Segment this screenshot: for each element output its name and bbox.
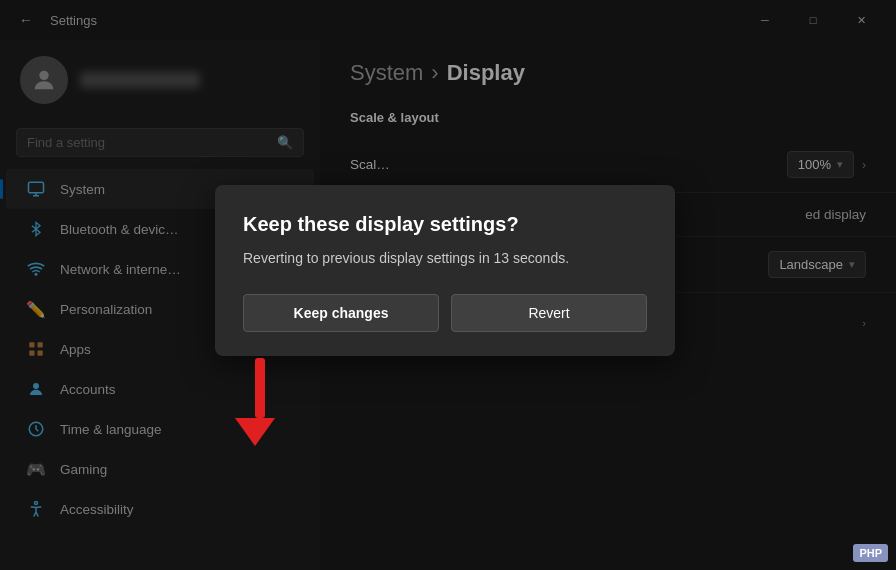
svg-rect-6 [38,351,43,356]
sidebar-item-personalization-label: Personalization [60,302,152,317]
svg-rect-3 [29,342,34,347]
sidebar-item-accessibility[interactable]: Accessibility [6,489,314,529]
sidebar-item-time-label: Time & language [60,422,162,437]
maximize-button[interactable]: □ [790,5,836,35]
breadcrumb-separator: › [431,60,438,86]
dialog-buttons: Keep changes Revert [243,294,647,332]
orientation-value: Landscape [779,257,843,272]
svg-point-9 [35,502,38,505]
back-button[interactable]: ← [12,6,40,34]
section-header: Scale & layout [320,102,896,137]
scale-value: 100% [798,157,831,172]
search-icon: 🔍 [277,135,293,150]
sidebar-item-accounts-label: Accounts [60,382,116,397]
sidebar-item-gaming[interactable]: 🎮 Gaming [6,449,314,489]
sidebar-item-time[interactable]: Time & language [6,409,314,449]
sidebar-item-system-label: System [60,182,105,197]
advanced-display-label: ed display [805,207,866,222]
user-section [0,40,320,120]
search-box[interactable]: 🔍 [16,128,304,157]
scale-controls: 100% ▾ › [787,151,866,178]
sidebar-item-apps-label: Apps [60,342,91,357]
orientation-right: Landscape ▾ [768,251,866,278]
scale-label: Scal… [350,157,390,172]
accounts-icon [26,379,46,399]
title-bar-left: ← Settings [12,6,97,34]
search-input[interactable] [27,135,269,150]
revert-button[interactable]: Revert [451,294,647,332]
scale-dropdown[interactable]: 100% ▾ [787,151,854,178]
network-icon [26,259,46,279]
sidebar-item-gaming-label: Gaming [60,462,107,477]
gaming-icon: 🎮 [26,459,46,479]
breadcrumb-system: System [350,60,423,86]
php-badge-text: PHP [859,547,882,559]
multiple-displays-chevron: › [862,317,866,329]
svg-rect-5 [29,351,34,356]
breadcrumb: System › Display [320,40,896,102]
svg-point-2 [35,273,38,276]
user-name [80,72,200,88]
svg-point-0 [39,71,48,80]
orientation-dropdown[interactable]: Landscape ▾ [768,251,866,278]
sidebar-item-accounts[interactable]: Accounts [6,369,314,409]
dialog-body: Reverting to previous display settings i… [243,250,647,266]
title-bar: ← Settings ─ □ ✕ [0,0,896,40]
window-controls: ─ □ ✕ [742,5,884,35]
scale-next-icon: › [862,158,866,172]
close-button[interactable]: ✕ [838,5,884,35]
sidebar-item-accessibility-label: Accessibility [60,502,134,517]
scale-dropdown-chevron: ▾ [837,158,843,171]
apps-icon [26,339,46,359]
dialog-title: Keep these display settings? [243,213,647,236]
app-title: Settings [50,13,97,28]
avatar [20,56,68,104]
personalization-icon: ✏️ [26,299,46,319]
bluetooth-icon [26,219,46,239]
svg-rect-4 [38,342,43,347]
time-icon [26,419,46,439]
multiple-displays-right: › [862,317,866,329]
orientation-chevron: ▾ [849,258,855,271]
system-icon [26,179,46,199]
keep-changes-button[interactable]: Keep changes [243,294,439,332]
accessibility-icon [26,499,46,519]
php-badge: PHP [853,544,888,562]
dialog: Keep these display settings? Reverting t… [215,185,675,356]
sidebar-item-network-label: Network & interne… [60,262,181,277]
breadcrumb-current: Display [447,60,525,86]
minimize-button[interactable]: ─ [742,5,788,35]
sidebar-item-bluetooth-label: Bluetooth & devic… [60,222,179,237]
svg-point-7 [33,383,39,389]
svg-rect-1 [29,182,44,193]
